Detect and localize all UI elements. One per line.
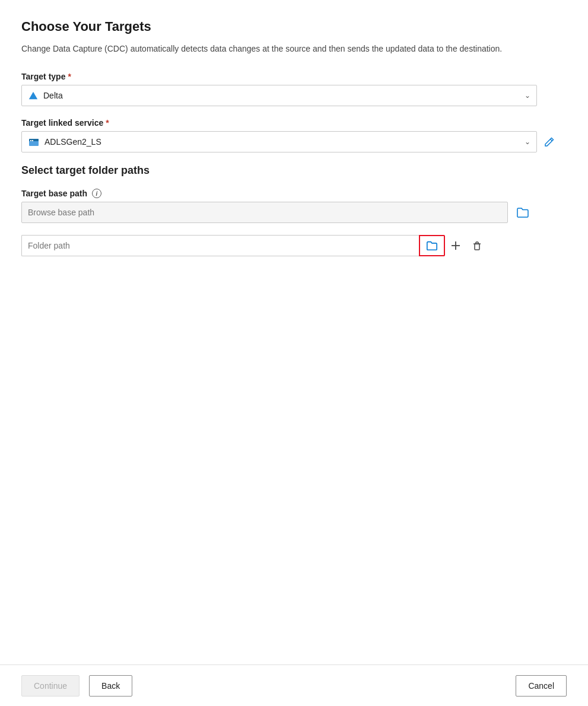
- section-heading: Select target folder paths: [21, 164, 567, 177]
- info-icon: i: [92, 189, 101, 198]
- target-linked-service-value: ADLSGen2_LS: [28, 136, 101, 148]
- folder-path-row: [21, 235, 567, 256]
- target-type-select[interactable]: Delta ⌄: [21, 85, 537, 106]
- folder-browse-icon: [516, 206, 529, 219]
- base-path-row: [21, 202, 567, 223]
- svg-rect-3: [30, 140, 31, 141]
- svg-rect-4: [32, 140, 33, 141]
- required-indicator-2: *: [106, 118, 109, 128]
- trash-icon: [471, 240, 483, 252]
- target-type-field: Target type * Delta ⌄: [21, 72, 567, 106]
- target-base-path-field: Target base path i: [21, 189, 567, 223]
- target-base-path-label: Target base path i: [21, 189, 567, 198]
- continue-button[interactable]: Continue: [21, 675, 80, 697]
- cancel-button[interactable]: Cancel: [516, 675, 567, 697]
- target-linked-service-field: Target linked service * ADLSGen2_LS ⌄: [21, 118, 567, 152]
- target-type-label: Target type *: [21, 72, 567, 81]
- back-button[interactable]: Back: [89, 675, 132, 697]
- footer-bar: Continue Back Cancel: [0, 664, 588, 706]
- delta-icon: [28, 90, 39, 101]
- target-linked-service-select[interactable]: ADLSGen2_LS ⌄: [21, 131, 537, 152]
- svg-marker-0: [29, 92, 37, 100]
- folder-browse-button[interactable]: [419, 235, 445, 256]
- delete-folder-button[interactable]: [466, 237, 488, 254]
- edit-linked-service-button[interactable]: [542, 134, 557, 150]
- target-type-select-wrapper: Delta ⌄: [21, 85, 567, 106]
- page-description: Change Data Capture (CDC) automatically …: [21, 43, 538, 55]
- adls-storage-icon: [28, 136, 40, 148]
- target-linked-service-label: Target linked service *: [21, 118, 567, 128]
- folder-path-icon: [426, 240, 438, 252]
- browse-base-path-button[interactable]: [513, 203, 533, 221]
- footer-left-buttons: Continue Back: [21, 675, 132, 697]
- page-title: Choose Your Targets: [21, 19, 567, 34]
- target-type-value: Delta: [28, 90, 63, 101]
- chevron-down-icon: ⌄: [525, 91, 530, 100]
- add-folder-button[interactable]: [445, 237, 466, 254]
- base-path-input[interactable]: [21, 202, 508, 223]
- folder-path-input[interactable]: [21, 235, 419, 256]
- pencil-icon: [544, 136, 555, 147]
- svg-rect-7: [475, 244, 479, 250]
- chevron-down-icon-2: ⌄: [525, 138, 530, 146]
- plus-icon: [450, 240, 462, 252]
- required-indicator: *: [68, 72, 71, 81]
- target-linked-service-wrapper: ADLSGen2_LS ⌄: [21, 131, 567, 152]
